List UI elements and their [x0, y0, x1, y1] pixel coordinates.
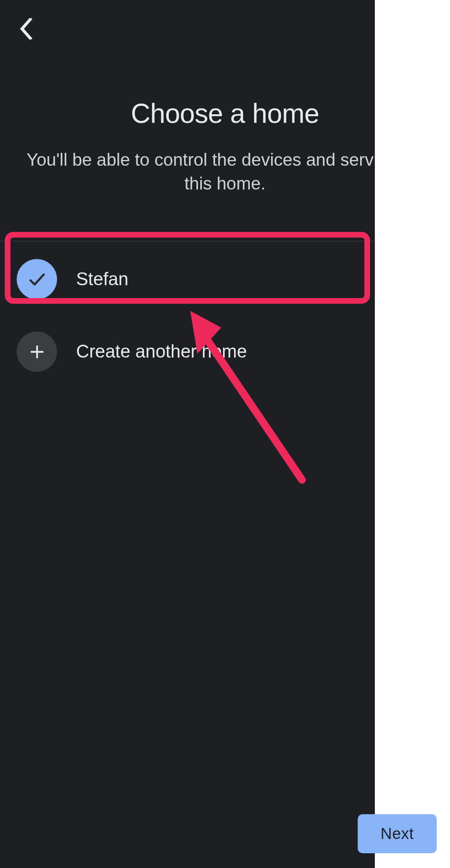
plus-icon	[28, 342, 47, 361]
home-option-label: Stefan	[76, 269, 128, 289]
next-button[interactable]: Next	[358, 814, 437, 853]
selected-indicator	[17, 259, 57, 299]
add-indicator	[17, 331, 57, 372]
page-edge	[375, 0, 450, 868]
page-subtitle: You'll be able to control the devices an…	[19, 148, 431, 196]
page-title: Choose a home	[19, 98, 431, 129]
create-home-label: Create another home	[76, 341, 247, 362]
check-icon	[27, 269, 47, 289]
back-button[interactable]	[14, 17, 38, 40]
footer: Next	[0, 799, 450, 868]
chevron-left-icon	[19, 18, 33, 40]
next-button-label: Next	[381, 825, 414, 843]
